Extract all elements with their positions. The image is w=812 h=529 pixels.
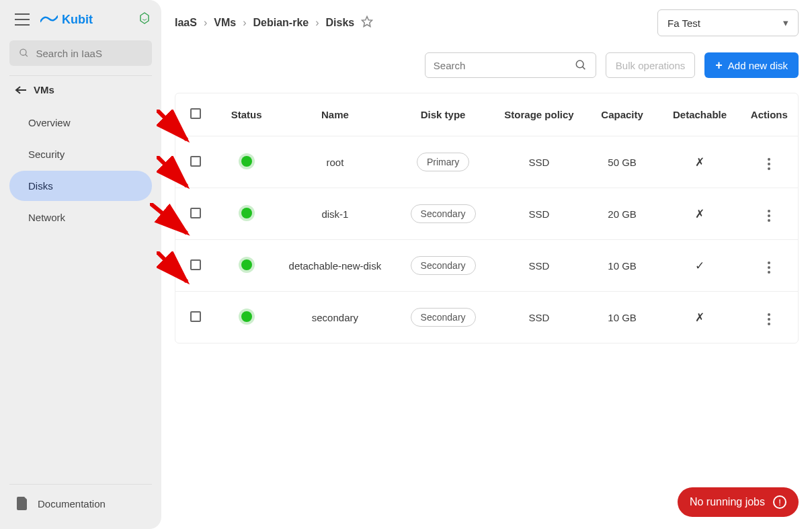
col-disk-type: Disk type xyxy=(393,93,493,136)
disk-name: disk-1 xyxy=(277,188,393,240)
disk-type-pill: Primary xyxy=(417,153,469,171)
detachable-value: ✗ xyxy=(659,292,740,343)
project-select[interactable]: Fa Test ▾ xyxy=(657,9,799,36)
row-checkbox[interactable] xyxy=(190,259,201,270)
alert-icon: ! xyxy=(773,495,786,509)
chevron-right-icon: › xyxy=(204,17,207,29)
crumb-vms[interactable]: VMs xyxy=(214,17,236,29)
sidebar-item-overview[interactable]: Overview xyxy=(9,108,152,138)
table-row: detachable-new-disk Secondary SSD 10 GB … xyxy=(175,240,798,292)
col-actions: Actions xyxy=(741,93,798,136)
add-new-disk-label: Add new disk xyxy=(728,60,788,71)
table-search-input[interactable] xyxy=(434,60,575,71)
sidebar-item-disks[interactable]: Disks xyxy=(9,171,152,201)
detachable-value: ✗ xyxy=(659,188,740,240)
sidebar-item-security[interactable]: Security xyxy=(9,139,152,169)
table-row: root Primary SSD 50 GB ✗ xyxy=(175,136,798,188)
star-icon[interactable] xyxy=(361,15,373,30)
svg-marker-3 xyxy=(362,17,372,27)
disk-type-pill: Secondary xyxy=(411,308,476,327)
add-new-disk-button[interactable]: + Add new disk xyxy=(704,52,799,78)
status-active-icon xyxy=(241,311,252,322)
disks-table: Status Name Disk type Storage policy Cap… xyxy=(175,93,799,343)
nav-back-label: VMs xyxy=(34,84,54,95)
detachable-value: ✓ xyxy=(659,240,740,292)
arrow-left-icon xyxy=(15,85,27,95)
crumb-debian-rke[interactable]: Debian-rke xyxy=(253,17,309,29)
svg-line-2 xyxy=(26,54,28,56)
capacity: 10 GB xyxy=(585,292,659,343)
documentation-link[interactable]: Documentation xyxy=(9,484,152,522)
svg-line-5 xyxy=(583,67,585,69)
documentation-label: Documentation xyxy=(38,498,106,510)
wave-icon xyxy=(40,15,58,24)
row-checkbox[interactable] xyxy=(190,208,201,218)
disk-name: detachable-new-disk xyxy=(277,240,393,292)
disk-type-pill: Secondary xyxy=(411,204,476,223)
select-all-checkbox[interactable] xyxy=(190,108,201,119)
nav-back-vms[interactable]: VMs xyxy=(0,76,161,104)
breadcrumb: IaaS › VMs › Debian-rke › Disks xyxy=(175,15,373,30)
chevron-right-icon: › xyxy=(315,17,319,29)
sidebar: Kubit پ VMs Overview Security Disks Netw… xyxy=(0,0,161,529)
brand-name: Kubit xyxy=(62,13,93,27)
row-actions-menu[interactable] xyxy=(765,259,773,276)
search-icon xyxy=(575,58,587,72)
status-active-icon xyxy=(241,259,252,270)
row-checkbox[interactable] xyxy=(190,311,201,322)
row-checkbox[interactable] xyxy=(190,156,201,167)
hamburger-menu-icon[interactable] xyxy=(15,13,30,26)
brand-logo[interactable]: Kubit xyxy=(40,13,93,27)
detachable-value: ✗ xyxy=(659,136,740,188)
crumb-iaas[interactable]: IaaS xyxy=(175,17,197,29)
jobs-status-label: No running jobs xyxy=(690,496,765,508)
sidebar-search[interactable] xyxy=(9,40,152,66)
disk-name: secondary xyxy=(277,292,393,343)
disk-type-pill: Secondary xyxy=(411,256,476,275)
table-row: disk-1 Secondary SSD 20 GB ✗ xyxy=(175,188,798,240)
storage-policy: SSD xyxy=(493,188,585,240)
capacity: 20 GB xyxy=(585,188,659,240)
row-actions-menu[interactable] xyxy=(765,207,773,225)
capacity: 10 GB xyxy=(585,240,659,292)
svg-point-1 xyxy=(20,49,26,55)
main-content: IaaS › VMs › Debian-rke › Disks Fa Test … xyxy=(161,0,812,529)
disk-name: root xyxy=(277,136,393,188)
caret-down-icon: ▾ xyxy=(783,17,788,29)
table-row: secondary Secondary SSD 10 GB ✗ xyxy=(175,292,798,343)
status-active-icon xyxy=(241,156,252,167)
col-storage-policy: Storage policy xyxy=(493,93,585,136)
search-icon xyxy=(19,47,30,59)
jobs-status-badge[interactable]: No running jobs ! xyxy=(678,487,799,517)
svg-point-4 xyxy=(577,60,584,68)
col-capacity: Capacity xyxy=(585,93,659,136)
partner-badge-icon: پ xyxy=(138,12,151,27)
storage-policy: SSD xyxy=(493,136,585,188)
plus-icon: + xyxy=(715,59,723,71)
storage-policy: SSD xyxy=(493,240,585,292)
status-active-icon xyxy=(241,208,252,218)
col-detachable: Detachable xyxy=(659,93,740,136)
svg-text:پ: پ xyxy=(143,16,147,22)
bulk-operations-button[interactable]: Bulk operations xyxy=(606,52,695,78)
chevron-right-icon: › xyxy=(243,17,246,29)
table-search[interactable] xyxy=(425,52,596,78)
sidebar-search-input[interactable] xyxy=(36,48,143,59)
crumb-disks[interactable]: Disks xyxy=(326,17,355,29)
col-name: Name xyxy=(277,93,393,136)
sidebar-item-network[interactable]: Network xyxy=(9,202,152,233)
row-actions-menu[interactable] xyxy=(765,155,773,173)
capacity: 50 GB xyxy=(585,136,659,188)
document-icon xyxy=(16,497,28,510)
col-status: Status xyxy=(216,93,276,136)
row-actions-menu[interactable] xyxy=(765,311,773,328)
storage-policy: SSD xyxy=(493,292,585,343)
project-select-value: Fa Test xyxy=(667,17,700,29)
